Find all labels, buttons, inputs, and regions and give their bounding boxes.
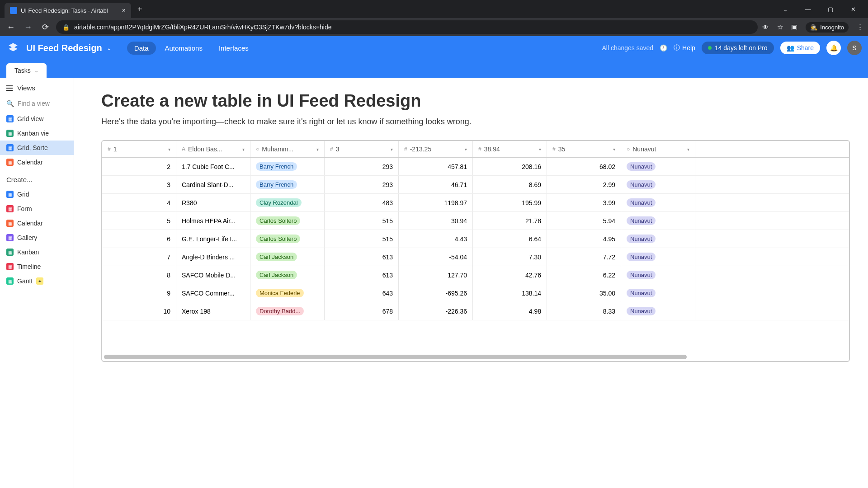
create-view-item[interactable]: ▦Form xyxy=(0,202,74,216)
column-header[interactable]: ○Nunavut▾ xyxy=(621,141,695,157)
close-tab-icon[interactable]: × xyxy=(122,7,126,14)
incognito-indicator[interactable]: 🕵️ Incognito xyxy=(806,22,849,33)
sidebar-view-item[interactable]: ▦Grid, Sorte xyxy=(0,141,74,155)
cell-num: 5.94 xyxy=(547,212,621,230)
column-header[interactable]: AEldon Bas...▾ xyxy=(176,141,250,157)
forward-button[interactable]: → xyxy=(22,23,34,32)
tab-automations[interactable]: Automations xyxy=(158,42,210,55)
people-icon: 👥 xyxy=(787,44,794,52)
window-maximize[interactable]: ▢ xyxy=(820,2,841,16)
create-view-item[interactable]: ▦Gallery xyxy=(0,230,74,245)
caret-down-icon[interactable]: ▾ xyxy=(168,147,170,152)
column-header[interactable]: #3▾ xyxy=(325,141,399,157)
table-row[interactable]: 5Holmes HEPA Air...Carlos Soltero51530.9… xyxy=(102,212,849,230)
views-toggle[interactable]: Views xyxy=(0,80,74,95)
caret-down-icon[interactable]: ▾ xyxy=(242,147,245,152)
column-header[interactable]: ○Muhamm...▾ xyxy=(250,141,325,157)
base-title[interactable]: UI Feed Redesign ⌄ xyxy=(26,43,112,53)
table-tab-tasks[interactable]: Tasks ⌄ xyxy=(6,63,47,78)
cell-num: 2.99 xyxy=(547,176,621,193)
cell-num: 30.94 xyxy=(399,212,473,230)
import-preview-modal: Create a new table in UI Feed Redesign H… xyxy=(74,78,868,488)
reload-button[interactable]: ⟳ xyxy=(39,22,52,32)
column-header[interactable]: #38.94▾ xyxy=(473,141,547,157)
sidebar-view-item[interactable]: ▦Calendar xyxy=(0,155,74,169)
create-view-item[interactable]: ▦Calendar xyxy=(0,216,74,230)
horizontal-scrollbar[interactable] xyxy=(104,355,687,359)
new-tab-button[interactable]: + xyxy=(131,5,149,14)
cell-num: 6.22 xyxy=(547,266,621,284)
column-header[interactable]: #35▾ xyxy=(547,141,621,157)
sidebar-view-item[interactable]: ▦Kanban vie xyxy=(0,126,74,141)
caret-down-icon[interactable]: ▾ xyxy=(391,147,393,152)
table-row[interactable]: 9SAFCO Commer...Monica Federle643-695.26… xyxy=(102,284,849,302)
window-minimize[interactable]: ― xyxy=(797,2,818,16)
table-row[interactable]: 21.7 Cubic Foot C...Barry French293457.8… xyxy=(102,158,849,176)
cell-num: 42.76 xyxy=(473,266,547,284)
location-chip: Nunavut xyxy=(627,162,656,171)
caret-down-icon[interactable]: ▾ xyxy=(465,147,467,152)
cell-num: 127.70 xyxy=(399,266,473,284)
lock-icon: 🔒 xyxy=(62,24,70,31)
airtable-logo-icon[interactable] xyxy=(6,41,20,55)
caret-down-icon[interactable]: ▾ xyxy=(316,147,319,152)
create-view-item[interactable]: ▦Grid xyxy=(0,187,74,202)
location-chip: Nunavut xyxy=(627,180,656,189)
history-icon[interactable]: 🕘 xyxy=(660,44,667,52)
caret-down-icon[interactable]: ▾ xyxy=(539,147,541,152)
something-wrong-link[interactable]: something looks wrong. xyxy=(386,117,472,126)
views-sidebar: Views 🔍 Find a view ▦Grid view▦Kanban vi… xyxy=(0,78,74,488)
column-header[interactable]: #1▾ xyxy=(102,141,176,157)
field-type-icon: # xyxy=(108,146,111,152)
browser-tab[interactable]: UI Feed Redesign: Tasks - Airtabl × xyxy=(5,3,131,18)
table-row[interactable]: 4R380Clay Rozendal4831198.97195.993.99Nu… xyxy=(102,194,849,212)
sidebar-view-item[interactable]: ▦Grid view xyxy=(0,112,74,126)
cell-num: 35.00 xyxy=(547,284,621,302)
browser-chrome: UI Feed Redesign: Tasks - Airtabl × + ⌄ … xyxy=(0,0,868,36)
panel-icon[interactable]: ▣ xyxy=(791,23,797,31)
trial-badge[interactable]: 14 days left on Pro xyxy=(702,42,774,54)
tab-interfaces[interactable]: Interfaces xyxy=(212,42,256,55)
window-close[interactable]: ✕ xyxy=(843,2,863,16)
column-header[interactable]: #-213.25▾ xyxy=(399,141,473,157)
share-button[interactable]: 👥 Share xyxy=(780,42,820,54)
caret-down-icon[interactable]: ▾ xyxy=(613,147,615,152)
notifications-button[interactable]: 🔔 xyxy=(826,41,841,55)
caret-down-icon[interactable]: ▾ xyxy=(687,147,689,152)
address-bar[interactable]: 🔒 airtable.com/appnB2PYqtdgiMrZG/tbliXpR… xyxy=(56,20,758,34)
view-type-icon: ▦ xyxy=(6,130,14,137)
cell-num: 515 xyxy=(325,230,399,248)
cell-id: 3 xyxy=(102,176,176,193)
help-button[interactable]: ⓘ Help xyxy=(674,44,695,52)
cell-num: 21.78 xyxy=(473,212,547,230)
chevron-down-icon[interactable]: ⌄ xyxy=(775,2,796,16)
tab-data[interactable]: Data xyxy=(127,42,156,55)
table-row[interactable]: 7Angle-D Binders ...Carl Jackson613-54.0… xyxy=(102,248,849,266)
eye-off-icon[interactable]: 👁 xyxy=(762,23,769,31)
cell-num: 678 xyxy=(325,302,399,320)
location-chip: Nunavut xyxy=(627,235,656,243)
cell-num: 293 xyxy=(325,176,399,193)
person-chip: Carlos Soltero xyxy=(256,235,300,243)
url-text: airtable.com/appnB2PYqtdgiMrZG/tbliXpR4Z… xyxy=(74,23,331,31)
back-button[interactable]: ← xyxy=(5,23,17,32)
table-row[interactable]: 8SAFCO Mobile D...Carl Jackson613127.704… xyxy=(102,266,849,284)
create-view-item[interactable]: ▦Gantt✦ xyxy=(0,274,74,288)
view-type-icon: ▦ xyxy=(6,249,14,256)
field-type-icon: ○ xyxy=(256,146,259,152)
cell-num: 6.64 xyxy=(473,230,547,248)
create-view-item[interactable]: ▦Kanban xyxy=(0,245,74,259)
cell-name: R380 xyxy=(176,194,250,211)
cell-name: 1.7 Cubic Foot C... xyxy=(176,158,250,175)
avatar[interactable]: S xyxy=(847,41,862,55)
find-view-input[interactable]: 🔍 Find a view xyxy=(0,95,74,112)
location-chip: Nunavut xyxy=(627,271,656,279)
create-view-item[interactable]: ▦Timeline xyxy=(0,259,74,274)
table-row[interactable]: 10Xerox 198Dorothy Badd...678-226.364.98… xyxy=(102,302,849,320)
kebab-menu-icon[interactable]: ⋮ xyxy=(857,23,863,31)
table-row[interactable]: 3Cardinal Slant-D...Barry French29346.71… xyxy=(102,176,849,194)
person-chip: Barry French xyxy=(256,162,297,171)
table-row[interactable]: 6G.E. Longer-Life I...Carlos Soltero5154… xyxy=(102,230,849,248)
star-icon[interactable]: ☆ xyxy=(777,23,783,31)
cell-name: SAFCO Commer... xyxy=(176,284,250,302)
